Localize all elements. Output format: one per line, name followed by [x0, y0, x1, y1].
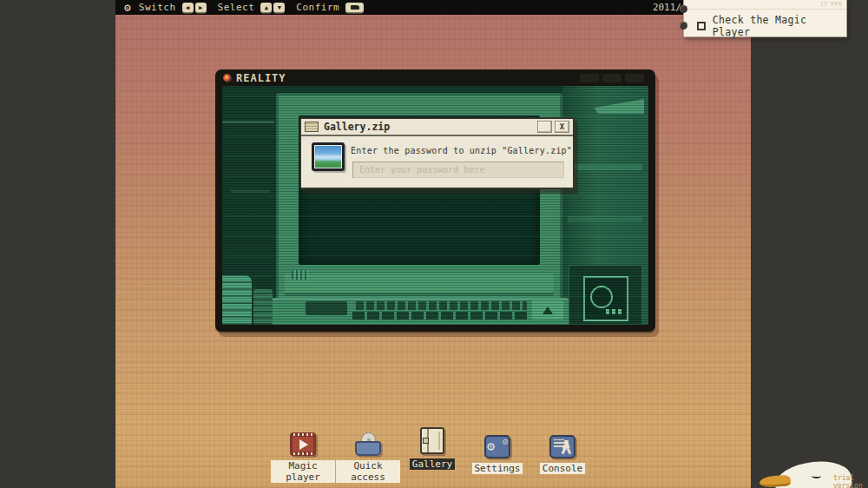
scene-device-disc-icon [590, 286, 613, 308]
desktop-icon-settings[interactable]: ⚙ ⚙ Settings [465, 435, 529, 475]
duck-eye-icon [812, 473, 821, 478]
icon-label: Quick access [336, 460, 400, 483]
arrow-down-key-icon: ▼ [273, 3, 285, 12]
quest-label: Check the Magic Player [713, 14, 846, 38]
gear-icon: ⚙ [502, 436, 508, 447]
select-label: Select [218, 2, 255, 13]
dialog-close-button[interactable]: X [555, 121, 569, 133]
scene-cup [222, 275, 252, 325]
gear-icon: ⚙ [487, 439, 495, 454]
dialog-title: Gallery.zip [324, 121, 390, 133]
bezel-button [602, 74, 621, 82]
pillarbox-left [0, 0, 115, 488]
gallery-zip-dialog: Gallery.zip X Enter the password to unzi… [299, 117, 575, 189]
confirm-label: Confirm [296, 2, 339, 13]
folder-pouch-icon [355, 441, 381, 456]
scene-device [569, 265, 642, 325]
select-keys: ▲ ▼ [260, 3, 285, 12]
notepad-rule [684, 9, 846, 10]
scene-streak [222, 121, 274, 123]
scene-arrow-icon [542, 307, 553, 314]
pillarbox-right [751, 0, 868, 488]
top-menu-bar: ⚙ Switch ◀ ▶ Select ▲ ▼ Confirm 2011/ [115, 0, 751, 15]
icon-label: Gallery [410, 458, 455, 470]
scene-keyboard-arrowpad [532, 300, 563, 320]
spiral-binding-icon [680, 5, 687, 13]
switch-keys: ◀ ▶ [182, 3, 207, 12]
arrow-right-key-icon: ▶ [195, 3, 207, 12]
reality-monitor: REALITY [215, 69, 655, 332]
scene-shelf-item [568, 216, 642, 222]
arrow-up-key-icon: ▲ [260, 3, 272, 12]
quest-item: Check the Magic Player [697, 14, 846, 38]
scene-keyboard-keys [352, 312, 527, 320]
switch-label: Switch [139, 2, 176, 13]
bezel-buttons [580, 74, 644, 82]
play-icon [299, 439, 308, 450]
picture-icon-art [315, 146, 341, 168]
scene-cup [253, 289, 273, 325]
picture-icon [312, 142, 345, 171]
date-display: 2011/ [653, 2, 681, 13]
scene-device-buttons [606, 309, 623, 314]
desktop-icon-gallery[interactable]: Gallery [400, 431, 464, 471]
scene-knob [292, 270, 309, 280]
gallery-icon [419, 431, 445, 454]
icon-label: Settings [472, 463, 523, 474]
scene-computer-base [285, 274, 554, 296]
scene-keyboard [269, 298, 569, 325]
enter-key-icon [345, 3, 364, 12]
scene-device-panel [583, 276, 628, 321]
icon-label: Magic player [271, 460, 335, 483]
zip-file-icon [305, 122, 319, 132]
dialog-blank-button[interactable] [537, 121, 552, 133]
desktop-icon-quick-access[interactable]: Quick access [336, 432, 400, 484]
scene-keyboard-pad [306, 301, 347, 315]
monitor-brand: REALITY [236, 72, 286, 84]
settings-icon: ⚙ ⚙ [484, 435, 510, 458]
fps-counter: 17 FPS [820, 1, 842, 8]
desktop-icon-magic-player[interactable]: Magic player [271, 432, 335, 484]
icon-label: Console [540, 463, 585, 474]
console-icon [549, 435, 575, 458]
quick-access-icon [355, 432, 381, 456]
quest-notepad: 17 FPS Check the Magic Player [683, 0, 847, 37]
monitor-bezel: REALITY [215, 69, 655, 86]
arrow-left-key-icon: ◀ [182, 3, 194, 12]
scene-streak [231, 190, 270, 193]
gear-icon[interactable]: ⚙ [124, 0, 131, 15]
desktop-icon-console[interactable]: Console [530, 435, 595, 475]
scene-shelf-item [568, 164, 642, 170]
book-icon [420, 427, 444, 454]
password-input[interactable] [352, 162, 564, 178]
record-dot-icon [223, 74, 232, 82]
duck-beak-icon [760, 475, 792, 488]
magic-player-icon [290, 432, 316, 456]
dialog-message: Enter the password to unzip "Gallery.zip… [351, 146, 572, 155]
scene-keyboard-keys [356, 301, 527, 310]
dialog-titlebar[interactable]: Gallery.zip X [301, 119, 573, 136]
bezel-button [580, 74, 599, 82]
game-screen: ⚙ Switch ◀ ▶ Select ▲ ▼ Confirm 2011/ 17… [0, 0, 868, 488]
quest-checkbox[interactable] [697, 22, 706, 30]
dialog-body: Enter the password to unzip "Gallery.zip… [301, 136, 573, 188]
trial-version-label: trial version [833, 474, 868, 488]
bezel-button [625, 74, 644, 82]
spiral-binding-icon [680, 22, 687, 30]
